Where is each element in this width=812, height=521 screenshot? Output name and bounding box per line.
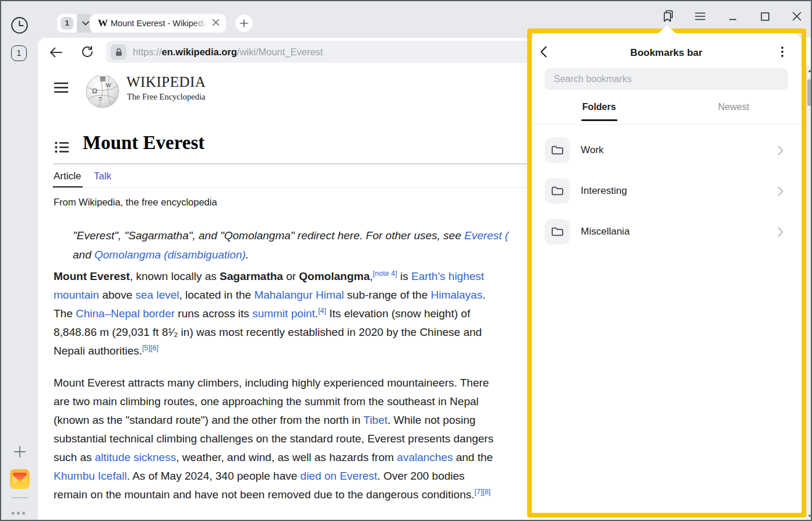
wiki-link[interactable]: Earth's highest xyxy=(411,270,484,282)
maximize-button[interactable] xyxy=(758,9,772,23)
wiki-menu-icon[interactable] xyxy=(54,82,68,95)
reference-link[interactable]: [5][6] xyxy=(142,344,158,352)
wiki-link[interactable]: Everest ( xyxy=(464,229,509,242)
folder-row-work[interactable]: Work xyxy=(532,130,801,171)
wiki-link[interactable]: avalanches xyxy=(397,451,453,463)
text-segment: runs across its xyxy=(175,307,252,320)
wiki-link[interactable]: altitude sickness xyxy=(95,451,176,463)
bookmarks-panel-icon[interactable] xyxy=(661,9,675,23)
reference-link[interactable]: [7][8] xyxy=(475,488,491,496)
paragraph-2: Mount Everest attracts many climbers, in… xyxy=(54,377,493,507)
text-segment: 8,848.86 m (29,031 ft 8¹⁄₂ in) was most … xyxy=(54,326,482,338)
wikipedia-wordmark: WIKIPEDIA xyxy=(126,74,206,90)
wiki-link[interactable]: sea level xyxy=(136,289,179,301)
text-segment: Mount Everest attracts many climbers, in… xyxy=(54,377,489,389)
text-segment: remain on the mountain and have not been… xyxy=(54,488,475,501)
workspace-button[interactable]: 1 xyxy=(11,45,27,61)
text-segment: and the xyxy=(453,451,493,463)
url-scheme: https:// xyxy=(133,47,162,57)
paragraph-1: Mount Everest, known locally as Sagarmat… xyxy=(54,270,485,363)
wiki-link[interactable]: Himalayas xyxy=(431,289,483,301)
new-tab-button[interactable] xyxy=(235,15,253,32)
scrollbar-up-icon[interactable]: ▲ xyxy=(807,68,812,73)
text-segment: are two main climbing routes, one approa… xyxy=(54,395,479,407)
reference-link[interactable]: [note 4] xyxy=(373,270,397,278)
folder-row-miscellania[interactable]: Miscellania xyxy=(532,211,801,252)
tab-title: Mount Everest - Wikipedia xyxy=(111,19,207,29)
text-segment: Qomolangma xyxy=(299,270,369,282)
text-segment: . xyxy=(246,249,249,261)
toc-icon[interactable] xyxy=(55,141,69,155)
text-segment: , weather, and wind, as well as hazards … xyxy=(176,451,397,463)
text-segment: , known locally as xyxy=(130,270,220,282)
site-security-badge[interactable] xyxy=(111,44,126,60)
scrollbar-down-icon[interactable]: ▼ xyxy=(807,513,812,519)
chevron-right-icon xyxy=(778,146,785,156)
page-title: Mount Everest xyxy=(83,132,204,154)
wiki-link[interactable]: China–Nepal border xyxy=(76,307,175,320)
panel-menu-icon[interactable] xyxy=(781,47,793,58)
tab-close-icon[interactable] xyxy=(212,18,221,27)
tab-group-count[interactable]: 1 xyxy=(61,17,73,30)
wikipedia-tagline: The Free Encyclopedia xyxy=(127,92,205,102)
text-segment: The xyxy=(54,307,76,320)
sidebar: 1 xyxy=(1,1,38,520)
text-segment: . While not posing xyxy=(387,414,475,426)
wiki-link[interactable]: Tibet xyxy=(363,414,388,426)
text-segment: and xyxy=(73,249,94,261)
reference-link[interactable]: [4] xyxy=(318,307,326,315)
tab-newest[interactable]: Newest xyxy=(666,102,801,112)
mail-icon[interactable] xyxy=(10,469,30,491)
back-icon[interactable] xyxy=(50,47,62,58)
minimize-button[interactable] xyxy=(726,9,740,23)
workspace-label: 1 xyxy=(17,48,22,58)
wiki-link[interactable]: summit point xyxy=(252,307,315,320)
text-segment: above xyxy=(99,289,135,301)
panel-title: Bookmarks bar xyxy=(532,47,801,59)
tab-favicon-wikipedia: W xyxy=(98,17,108,29)
browser-menu-icon[interactable] xyxy=(693,9,707,23)
text-segment: . As of May 2024, 340 people have xyxy=(127,470,301,482)
chevron-right-icon xyxy=(778,186,785,197)
sidebar-more-icon[interactable] xyxy=(12,506,29,511)
chevron-right-icon xyxy=(778,227,785,238)
chevron-down-icon xyxy=(82,21,89,26)
search-bookmarks-input[interactable] xyxy=(545,68,788,90)
folder-icon xyxy=(545,137,570,163)
wiki-link[interactable]: died on Everest xyxy=(301,470,377,482)
history-clock-icon[interactable] xyxy=(10,16,29,37)
sidebar-add-icon[interactable] xyxy=(13,445,26,460)
text-segment: . Over 200 bodies xyxy=(377,470,465,482)
page-scrollbar[interactable]: ▲ ▼ xyxy=(806,65,812,521)
text-segment: Nepali authorities. xyxy=(54,345,142,357)
panel-tabs-divider xyxy=(532,124,801,125)
text-segment: . xyxy=(482,289,485,301)
tab-folders[interactable]: Folders xyxy=(532,102,666,112)
lock-icon xyxy=(115,48,123,56)
folder-icon xyxy=(545,219,570,244)
svg-text:Ω: Ω xyxy=(92,87,97,95)
reload-icon[interactable] xyxy=(81,45,94,58)
text-segment: Its elevation (snow height) of xyxy=(326,307,470,320)
tab-article[interactable]: Article xyxy=(54,171,81,182)
tab-talk[interactable]: Talk xyxy=(94,171,111,182)
wiki-link[interactable]: mountain xyxy=(54,289,99,301)
folder-row-interesting[interactable]: Interesting xyxy=(532,171,801,211)
wiki-link[interactable]: Qomolangma (disambiguation) xyxy=(94,249,246,261)
text-segment: or xyxy=(283,270,299,282)
text-segment: , located in the xyxy=(179,289,255,301)
wiki-link[interactable]: Khumbu Icefall xyxy=(54,470,127,482)
text-segment: is xyxy=(397,270,411,282)
hatnote: "Everest", "Sagarmatha", and "Qomolangma… xyxy=(73,229,509,268)
folder-icon xyxy=(545,178,570,204)
scrollbar-thumb[interactable] xyxy=(807,79,811,106)
wiki-link[interactable]: Mahalangur Himal xyxy=(254,289,344,301)
close-button[interactable] xyxy=(790,9,804,23)
bookmarks-search xyxy=(545,68,788,90)
text-segment: substantial technical climbing challenge… xyxy=(54,433,493,445)
text-segment: (known as the "standard route") and the … xyxy=(54,414,363,426)
plus-icon xyxy=(240,19,248,27)
folder-label: Miscellania xyxy=(581,211,630,252)
folders-tab-underline xyxy=(581,119,617,121)
text-segment: "Everest", "Sagarmatha", and "Qomolangma… xyxy=(73,229,464,242)
